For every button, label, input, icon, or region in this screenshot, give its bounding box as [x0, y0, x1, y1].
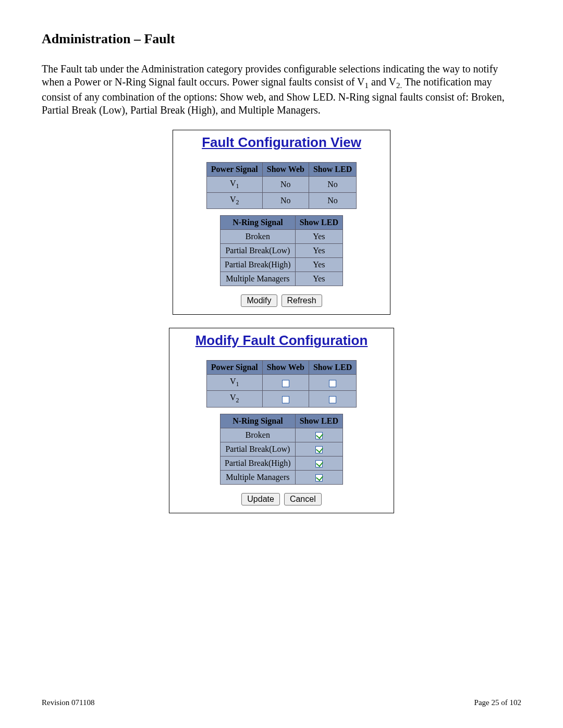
revision-text: Revision 071108 [42, 698, 95, 707]
checkbox-cell [295, 470, 342, 484]
col-show-led: Show LED [309, 162, 356, 176]
page-number: Page 25 of 102 [474, 698, 521, 707]
table-row: V1 No No [206, 176, 356, 192]
show-web-checkbox-v1[interactable] [282, 380, 289, 387]
intro-text-2: and V [369, 76, 396, 88]
modify-button[interactable]: Modify [241, 294, 277, 307]
table-row: Broken Yes [221, 230, 343, 244]
col-show-led: Show LED [295, 216, 342, 230]
checkbox-cell [309, 375, 356, 391]
table-header-row: N-Ring Signal Show LED [221, 414, 343, 428]
intro-paragraph: The Fault tab under the Administration c… [42, 63, 521, 117]
checkbox-cell [295, 456, 342, 470]
table-row: V2 [206, 391, 356, 407]
table-row: V1 [206, 375, 356, 391]
table-header-row: Power Signal Show Web Show LED [206, 361, 356, 375]
power-label: V2 [206, 391, 262, 407]
value-show-led: No [309, 192, 356, 208]
cancel-button[interactable]: Cancel [284, 493, 322, 505]
modify-buttons: Update Cancel [174, 493, 389, 505]
nring-label: Multiple Managers [221, 470, 296, 484]
value-show-led: Yes [295, 272, 342, 286]
intro-sub-2: 2. [396, 81, 402, 90]
fault-view-title: Fault Configuration View [177, 132, 386, 156]
value-show-led: Yes [295, 244, 342, 258]
show-led-checkbox-v1[interactable] [329, 380, 336, 387]
value-show-led: Yes [295, 230, 342, 244]
value-show-led: No [309, 176, 356, 192]
intro-sub-1: 1 [365, 81, 369, 90]
show-led-checkbox-broken[interactable] [315, 432, 323, 439]
fault-view-panel: Fault Configuration View Power Signal Sh… [173, 130, 390, 315]
nring-label: Broken [221, 230, 296, 244]
show-led-checkbox-partial-high[interactable] [315, 460, 323, 467]
power-signal-view-table: Power Signal Show Web Show LED V1 No No … [206, 162, 357, 209]
checkbox-cell [309, 391, 356, 407]
show-web-checkbox-v2[interactable] [282, 396, 289, 403]
power-label: V1 [206, 176, 262, 192]
table-header-row: N-Ring Signal Show LED [221, 216, 343, 230]
checkbox-cell [262, 375, 309, 391]
value-show-led: Yes [295, 258, 342, 272]
value-show-web: No [262, 176, 309, 192]
table-row: Partial Break(Low) Yes [221, 244, 343, 258]
power-label: V2 [206, 192, 262, 208]
checkbox-cell [295, 442, 342, 456]
value-show-web: No [262, 192, 309, 208]
show-led-checkbox-v2[interactable] [329, 396, 336, 403]
table-row: Partial Break(High) [221, 456, 343, 470]
update-button[interactable]: Update [241, 493, 280, 505]
nring-label: Partial Break(Low) [221, 442, 296, 456]
col-show-web: Show Web [262, 162, 309, 176]
checkbox-cell [295, 428, 342, 442]
show-led-checkbox-multiple-managers[interactable] [315, 474, 323, 482]
checkbox-cell [262, 391, 309, 407]
show-led-checkbox-partial-low[interactable] [315, 446, 323, 453]
col-show-web: Show Web [262, 361, 309, 375]
view-buttons: Modify Refresh [177, 294, 386, 307]
nring-signal-modify-table: N-Ring Signal Show LED Broken Partial Br… [220, 414, 343, 485]
table-row: Partial Break(Low) [221, 442, 343, 456]
page-footer: Revision 071108 Page 25 of 102 [42, 698, 521, 707]
col-nring-signal: N-Ring Signal [221, 414, 296, 428]
nring-label: Multiple Managers [221, 272, 296, 286]
col-show-led: Show LED [309, 361, 356, 375]
table-header-row: Power Signal Show Web Show LED [206, 162, 356, 176]
document-page: Administration – Fault The Fault tab und… [0, 0, 563, 728]
table-row: Multiple Managers [221, 470, 343, 484]
col-power-signal: Power Signal [206, 361, 262, 375]
table-row: Broken [221, 428, 343, 442]
col-power-signal: Power Signal [206, 162, 262, 176]
power-label: V1 [206, 375, 262, 391]
fault-modify-title: Modify Fault Configuration [174, 330, 389, 354]
nring-label: Partial Break(High) [221, 258, 296, 272]
col-nring-signal: N-Ring Signal [221, 216, 296, 230]
table-row: V2 No No [206, 192, 356, 208]
power-signal-modify-table: Power Signal Show Web Show LED V1 V2 [206, 360, 357, 407]
table-row: Partial Break(High) Yes [221, 258, 343, 272]
page-title: Administration – Fault [42, 31, 521, 47]
refresh-button[interactable]: Refresh [282, 294, 322, 307]
col-show-led: Show LED [295, 414, 342, 428]
nring-label: Broken [221, 428, 296, 442]
fault-modify-panel: Modify Fault Configuration Power Signal … [169, 328, 394, 513]
table-row: Multiple Managers Yes [221, 272, 343, 286]
nring-label: Partial Break(High) [221, 456, 296, 470]
nring-label: Partial Break(Low) [221, 244, 296, 258]
nring-signal-view-table: N-Ring Signal Show LED Broken Yes Partia… [220, 215, 343, 286]
